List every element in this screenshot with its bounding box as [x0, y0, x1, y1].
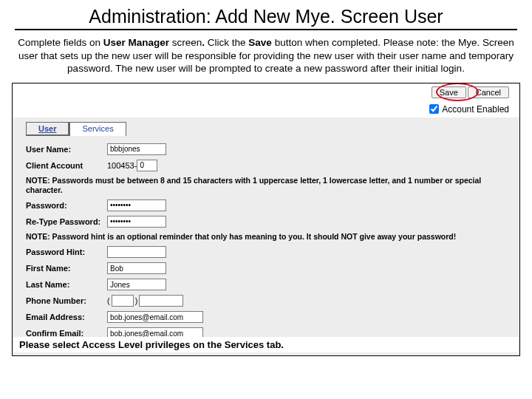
save-button[interactable]: Save: [432, 86, 466, 98]
user-name-input[interactable]: [107, 143, 166, 155]
phone-paren-open: (: [107, 296, 110, 305]
user-manager-panel: Save Cancel Account Enabled User Service…: [12, 83, 520, 356]
phone-number-input[interactable]: [139, 295, 183, 307]
last-name-input[interactable]: [107, 279, 166, 290]
label-phone: Phone Number:: [26, 296, 107, 305]
tab-user[interactable]: User: [26, 122, 69, 136]
label-retype-password: Re-Type Password:: [26, 217, 107, 226]
password-input[interactable]: [107, 200, 166, 211]
retype-password-input[interactable]: [107, 216, 166, 228]
label-email: Email Address:: [26, 313, 107, 321]
password-rules-note: NOTE: Passwords must be between 8 and 15…: [26, 176, 512, 195]
label-first-name: First Name:: [26, 264, 107, 273]
client-account-prefix: 100453-: [107, 161, 137, 170]
label-password: Password:: [26, 201, 107, 210]
label-last-name: Last Name:: [26, 280, 107, 289]
phone-area-input[interactable]: [112, 295, 134, 307]
cancel-button[interactable]: Cancel: [468, 86, 509, 98]
tab-services[interactable]: Services: [69, 122, 126, 136]
label-client-account: Client Account: [26, 161, 107, 170]
account-enabled-checkbox[interactable]: [429, 104, 439, 114]
email-input[interactable]: [107, 311, 203, 323]
first-name-input[interactable]: [107, 262, 166, 274]
password-hint-input[interactable]: [107, 246, 166, 258]
instructions-text: Complete fields on User Manager screen. …: [7, 36, 525, 83]
phone-paren-close: ): [135, 296, 138, 305]
services-tab-note: Please select Access Level privileges on…: [13, 337, 519, 352]
label-password-hint: Password Hint:: [26, 248, 107, 256]
account-enabled-label: Account Enabled: [442, 104, 509, 115]
toolbar: Save Cancel: [13, 83, 519, 103]
page-title: Administration: Add New Mye. Screen User: [15, 6, 517, 30]
account-enabled-row: Account Enabled: [13, 103, 519, 117]
password-hint-note: NOTE: Password hint is an optional remin…: [26, 232, 512, 242]
label-user-name: User Name:: [26, 145, 107, 154]
client-account-suffix-input[interactable]: [137, 160, 157, 171]
tab-bar: User Services: [26, 122, 512, 136]
